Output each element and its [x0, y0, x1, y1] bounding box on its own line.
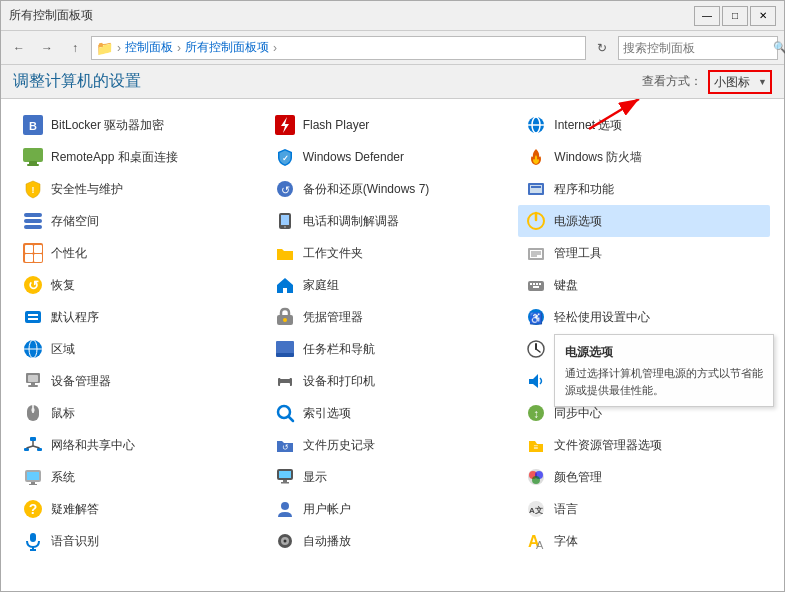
- svg-rect-6: [27, 164, 39, 166]
- view-dropdown-wrapper[interactable]: 小图标 大图标 类别 ▼: [708, 70, 772, 94]
- breadcrumb-item-2[interactable]: 所有控制面板项: [185, 39, 269, 56]
- item-network[interactable]: 网络和共享中心: [15, 429, 267, 461]
- bitlocker-icon: B: [21, 113, 45, 137]
- svg-rect-52: [281, 215, 289, 225]
- search-icon[interactable]: 🔍: [773, 41, 785, 54]
- breadcrumb-item-1[interactable]: 控制面板: [125, 39, 173, 56]
- item-credential-label: 凭据管理器: [303, 309, 363, 326]
- svg-rect-40: [29, 484, 37, 485]
- speech-icon: [21, 529, 45, 553]
- item-firewall[interactable]: Windows 防火墙: [518, 141, 770, 173]
- view-dropdown[interactable]: 小图标 大图标 类别: [710, 72, 770, 92]
- item-language[interactable]: A文 语言: [518, 493, 770, 525]
- item-phone[interactable]: 电话和调制解调器: [267, 205, 519, 237]
- toolbar: 调整计算机的设置 查看方式： 小图标 大图标 类别 ▼: [1, 65, 784, 99]
- item-useracct[interactable]: 用户帐户: [267, 493, 519, 525]
- main-window: 所有控制面板项 — □ ✕ ← → ↑ 📁 › 控制面板 › 所有控制面板项 ›…: [0, 0, 785, 592]
- svg-text:↺: ↺: [280, 184, 289, 196]
- window-controls: — □ ✕: [694, 6, 776, 26]
- item-index[interactable]: 索引选项: [267, 397, 519, 429]
- svg-text:!: !: [32, 185, 35, 195]
- view-label: 查看方式：: [642, 73, 702, 90]
- item-personalize[interactable]: 个性化: [15, 237, 267, 269]
- item-ease[interactable]: ♿ 轻松使用设置中心: [518, 301, 770, 333]
- svg-rect-33: [37, 448, 42, 451]
- svg-rect-31: [30, 437, 36, 441]
- item-region[interactable]: 区域: [15, 333, 267, 365]
- item-security[interactable]: ! 安全性与维护: [15, 173, 267, 205]
- filehist-icon: ↺: [273, 433, 297, 457]
- power-icon: [524, 209, 548, 233]
- item-recovery[interactable]: ↺ 恢复: [15, 269, 267, 301]
- recovery-icon: ↺: [21, 273, 45, 297]
- svg-rect-14: [25, 254, 33, 262]
- item-ie[interactable]: Internet 选项: [518, 109, 770, 141]
- mouse-icon: [21, 401, 45, 425]
- colormanage-icon: [524, 465, 548, 489]
- item-devprint-label: 设备和打印机: [303, 373, 375, 390]
- search-bar: 🔍: [618, 36, 778, 60]
- svg-text:↕: ↕: [533, 407, 539, 421]
- svg-rect-56: [276, 341, 294, 355]
- item-homegroup[interactable]: 家庭组: [267, 269, 519, 301]
- item-flash[interactable]: Flash Player: [267, 109, 519, 141]
- workfolder-icon: [273, 241, 297, 265]
- item-troubleshoot[interactable]: ? 疑难解答: [15, 493, 267, 525]
- item-windefender[interactable]: ✓ Windows Defender: [267, 141, 519, 173]
- item-devmgr[interactable]: 设备管理器: [15, 365, 267, 397]
- item-bitlocker[interactable]: B BitLocker 驱动器加密: [15, 109, 267, 141]
- item-credential[interactable]: 凭据管理器: [267, 301, 519, 333]
- item-defaultapp-label: 默认程序: [51, 309, 99, 326]
- item-admintool-label: 管理工具: [554, 245, 602, 262]
- item-power[interactable]: 电源选项: [518, 205, 770, 237]
- tooltip-text: 通过选择计算机管理电源的方式以节省能源或提供最佳性能。: [565, 365, 763, 398]
- item-speech-label: 语音识别: [51, 533, 99, 550]
- svg-line-62: [289, 417, 293, 421]
- forward-button[interactable]: →: [35, 36, 59, 60]
- search-input[interactable]: [623, 41, 773, 55]
- breadcrumb-sep3: ›: [273, 41, 277, 55]
- minimize-button[interactable]: —: [694, 6, 720, 26]
- item-autoplay[interactable]: 自动播放: [267, 525, 519, 557]
- item-system[interactable]: 系统: [15, 461, 267, 493]
- item-storage[interactable]: 存储空间: [15, 205, 267, 237]
- item-keyboard[interactable]: 键盘: [518, 269, 770, 301]
- refresh-button[interactable]: ↻: [590, 36, 614, 60]
- item-flash-label: Flash Player: [303, 118, 370, 132]
- svg-rect-43: [30, 533, 36, 542]
- up-button[interactable]: ↑: [63, 36, 87, 60]
- credential-icon: [273, 305, 297, 329]
- item-programs-label: 程序和功能: [554, 181, 614, 198]
- datetime-icon: [524, 337, 548, 361]
- item-admintool[interactable]: 管理工具: [518, 237, 770, 269]
- item-mouse[interactable]: 鼠标: [15, 397, 267, 429]
- close-button[interactable]: ✕: [750, 6, 776, 26]
- item-display[interactable]: 显示: [267, 461, 519, 493]
- item-remoteapp[interactable]: RemoteApp 和桌面连接: [15, 141, 267, 173]
- item-workfolder[interactable]: 工作文件夹: [267, 237, 519, 269]
- item-colormanage[interactable]: 颜色管理: [518, 461, 770, 493]
- item-taskbar[interactable]: 任务栏和导航: [267, 333, 519, 365]
- back-button[interactable]: ←: [7, 36, 31, 60]
- keyboard-icon: [524, 273, 548, 297]
- item-speech[interactable]: 语音识别: [15, 525, 267, 557]
- item-devprint[interactable]: 设备和打印机: [267, 365, 519, 397]
- item-defaultapp[interactable]: 默认程序: [15, 301, 267, 333]
- maximize-button[interactable]: □: [722, 6, 748, 26]
- item-homegroup-label: 家庭组: [303, 277, 339, 294]
- item-backup[interactable]: ↺ 备份和还原(Windows 7): [267, 173, 519, 205]
- item-fileoptions[interactable]: ≡ 文件资源管理器选项: [518, 429, 770, 461]
- item-programs[interactable]: 程序和功能: [518, 173, 770, 205]
- svg-rect-57: [276, 353, 294, 357]
- item-fonts[interactable]: AA 字体: [518, 525, 770, 557]
- svg-rect-4: [23, 148, 43, 162]
- flash-icon: [273, 113, 297, 137]
- item-taskbar-label: 任务栏和导航: [303, 341, 375, 358]
- svg-text:A: A: [536, 539, 544, 551]
- svg-text:≡: ≡: [534, 443, 539, 452]
- svg-rect-15: [34, 254, 42, 262]
- svg-point-71: [283, 540, 286, 543]
- page-heading: 调整计算机的设置: [13, 71, 141, 92]
- programs-icon: [524, 177, 548, 201]
- item-filehist[interactable]: ↺ 文件历史记录: [267, 429, 519, 461]
